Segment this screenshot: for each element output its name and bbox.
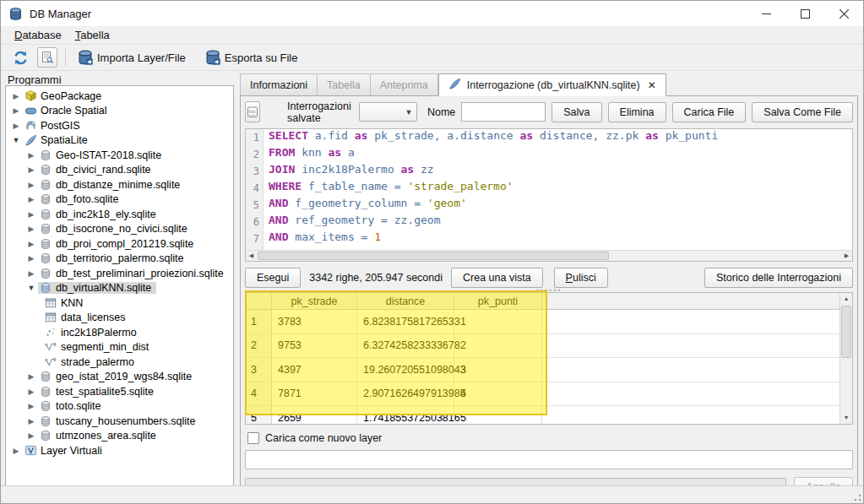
table-cell[interactable]: 6.327425823333678 [357, 334, 454, 358]
table-cell[interactable]: 6.823817581726533 [357, 310, 454, 333]
column-header[interactable]: pk_strade [272, 293, 357, 309]
scrollbar-thumb[interactable] [841, 306, 851, 358]
execute-button[interactable]: Esegui [245, 268, 301, 288]
resize-grip[interactable] [851, 491, 861, 501]
expand-arrow-icon[interactable]: ▶ [24, 210, 38, 219]
sql-code[interactable]: SELECT a.fid as pk_strade, a.distance as… [264, 129, 852, 250]
tree-item-db[interactable]: ▶ db_civici_rand.sqlite [6, 163, 233, 178]
scroll-down-icon[interactable]: ▼ [840, 412, 852, 424]
refresh-button[interactable] [9, 48, 32, 68]
expand-arrow-icon[interactable]: ▶ [24, 225, 38, 233]
table-cell[interactable]: 3783 [272, 310, 357, 333]
expand-arrow-icon[interactable]: ▶ [24, 181, 38, 189]
expand-arrow-icon[interactable]: ▶ [24, 269, 38, 278]
tree-item-db[interactable]: ▶ tuscany_housenumbers.sqlite [6, 414, 233, 429]
table-cell[interactable]: 1.741855372503816 [357, 406, 454, 425]
query-name-input[interactable] [461, 102, 546, 122]
table-row[interactable]: 4 7871 2.9071626497913985 4 [246, 382, 852, 407]
menu-tabella[interactable]: Tabella [68, 27, 117, 43]
scroll-right-icon[interactable]: ▶ [841, 251, 852, 261]
tree-item-db[interactable]: ▶ db_territorio_palermo.sqlite [6, 252, 233, 267]
sql-window-button[interactable] [37, 47, 57, 68]
expand-arrow-icon[interactable]: ▶ [24, 387, 38, 396]
expand-arrow-icon[interactable]: ▶ [24, 417, 38, 425]
table-cell[interactable]: 1 [454, 310, 542, 333]
table-row[interactable]: 1 3783 6.823817581726533 1 [246, 310, 852, 334]
expand-arrow-icon[interactable]: ▶ [9, 447, 23, 455]
expand-arrow-icon[interactable]: ▶ [24, 240, 38, 248]
table-cell[interactable]: 3 [454, 358, 542, 382]
table-row[interactable]: 3 4397 19.260720551098043 3 [246, 358, 852, 382]
tree-item-db[interactable]: ▶ db_foto.sqlite [6, 192, 233, 208]
collapse-arrow-icon[interactable]: ▼ [9, 136, 23, 144]
load-file-button[interactable]: Carica File [672, 102, 747, 122]
table-row[interactable]: 5 2659 1.741855372503816 5 [246, 406, 852, 425]
results-table[interactable]: pk_strade distance pk_punti 1 3783 6.823… [245, 292, 853, 425]
editor-horizontal-scrollbar[interactable]: ◀ ▶ [246, 250, 852, 261]
column-header[interactable]: distance [357, 293, 454, 309]
maximize-button[interactable] [785, 1, 824, 26]
create-view-button[interactable]: Crea una vista [451, 268, 543, 288]
load-layer-checkbox[interactable] [247, 432, 259, 444]
tree-item-postgis[interactable]: ▶ PostGIS [6, 118, 233, 133]
tree-item-table-data-licenses[interactable]: data_licenses [6, 311, 233, 326]
table-cell[interactable]: 7871 [272, 382, 357, 406]
save-as-file-button[interactable]: Salva Come File [752, 102, 853, 122]
table-cell[interactable]: 4 [454, 382, 542, 406]
expand-arrow-icon[interactable]: ▶ [24, 151, 38, 160]
tab-interrogazione[interactable]: Interrogazione (db_virtualKNN.sqlite) ✕ [438, 73, 666, 96]
collapse-arrow-icon[interactable]: ▼ [24, 284, 38, 292]
tree-item-db[interactable]: ▶ db_isocrone_no_civici.sqlite [6, 222, 233, 237]
tree-item-spatialite[interactable]: ▼ SpatiaLite [6, 133, 233, 149]
sql-editor[interactable]: 1 2 3 4 5 6 7 SELECT a.fid as pk_strade,… [245, 128, 853, 262]
expand-arrow-icon[interactable]: ▶ [24, 195, 38, 203]
tree-item-db[interactable]: ▶ db_distanze_minime.sqlite [6, 177, 233, 192]
menu-database[interactable]: Database [8, 27, 68, 43]
delete-button[interactable]: Elimina [608, 102, 666, 122]
layer-name-input[interactable] [245, 450, 853, 469]
table-cell[interactable]: 2659 [272, 406, 357, 425]
expand-arrow-icon[interactable]: ▶ [9, 122, 23, 130]
tree-item-db[interactable]: ▶ test_spatialite5.sqlite [6, 384, 233, 399]
expand-arrow-icon[interactable]: ▶ [9, 106, 23, 115]
tree-item-oracle-spatial[interactable]: ▶ Oracle Spatial [6, 104, 233, 119]
expand-arrow-icon[interactable]: ▶ [24, 402, 38, 410]
table-cell[interactable]: 9753 [272, 334, 357, 358]
table-cell[interactable]: 2.9071626497913985 [357, 382, 454, 406]
tree-item-db-virtualknn-selected[interactable]: ▼ db_virtualKNN.sqlite [6, 281, 233, 296]
save-button[interactable]: Salva [552, 102, 601, 122]
minimize-button[interactable] [747, 1, 785, 26]
export-file-button[interactable]: Esporta su File [201, 47, 302, 68]
table-cell[interactable]: 2 [454, 334, 542, 358]
saved-query-button[interactable]: SQL [245, 101, 260, 122]
expand-arrow-icon[interactable]: ▶ [24, 372, 38, 381]
tree-item-db[interactable]: ▶ db_test_preliminari_proiezioni.sqlite [6, 266, 233, 281]
expand-arrow-icon[interactable]: ▶ [24, 254, 38, 263]
tree-item-virtual-layers[interactable]: ▶ Layer Virtuali [6, 443, 233, 458]
close-button[interactable] [824, 1, 863, 26]
tree-item-db[interactable]: ▶ toto.sqlite [6, 399, 233, 415]
tree-item-line-layer[interactable]: strade_palermo [6, 355, 233, 370]
column-header[interactable]: pk_punti [454, 293, 542, 309]
table-cell[interactable]: 5 [454, 406, 542, 425]
tree-item-geopackage[interactable]: ▶ GeoPackage [6, 89, 233, 104]
table-cell[interactable]: 19.260720551098043 [357, 358, 454, 382]
expand-arrow-icon[interactable]: ▶ [24, 431, 38, 440]
clear-button[interactable]: Pulisci [554, 268, 608, 288]
table-vertical-scrollbar[interactable]: ▲ ▼ [840, 293, 852, 424]
tree-item-point-layer[interactable]: inc2k18Palermo [6, 325, 233, 340]
scroll-left-icon[interactable]: ◀ [246, 251, 257, 261]
scrollbar-thumb[interactable] [258, 252, 609, 260]
close-tab-icon[interactable]: ✕ [648, 79, 656, 91]
tree-item-db[interactable]: ▶ utmzones_area.sqlite [6, 429, 233, 444]
expand-arrow-icon[interactable]: ▶ [9, 92, 23, 100]
import-layer-button[interactable]: Importa Layer/File [73, 47, 189, 68]
tree-item-db[interactable]: ▶ Geo-ISTAT-2018.sqlite [6, 148, 233, 163]
tree-item-table-knn[interactable]: KNN [6, 295, 233, 311]
saved-queries-combobox[interactable]: ▼ [359, 102, 417, 122]
table-cell[interactable]: 4397 [272, 358, 357, 382]
tab-informazioni[interactable]: Informazioni [240, 73, 318, 95]
tree-item-db[interactable]: ▶ db_proi_compl_201219.sqlite [6, 236, 233, 252]
table-row[interactable]: 2 9753 6.327425823333678 2 [246, 334, 852, 359]
tree-item-db[interactable]: ▶ geo_istat_2019_wgs84.sqlite [6, 370, 233, 385]
